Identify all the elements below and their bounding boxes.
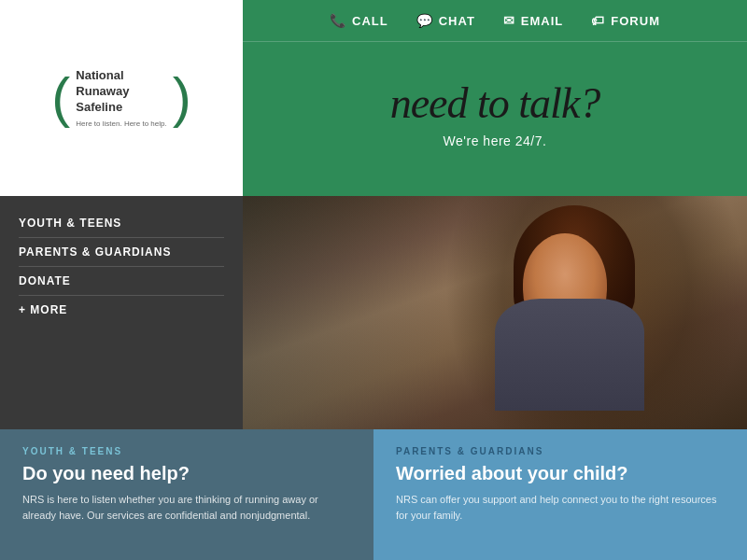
chat-icon: 💬 (416, 13, 433, 28)
photo-overlay (243, 196, 747, 429)
nav-bar: 📞 CALL 💬 CHAT ✉ EMAIL 🏷 FORUM (243, 0, 747, 42)
bottom-right-body: NRS can offer you support and help conne… (396, 492, 725, 523)
sidebar-item-youth-teens[interactable]: YOUTH & TEENS (19, 209, 224, 238)
logo-text-block: National Runaway Safeline Here to listen… (76, 68, 166, 128)
nav-chat[interactable]: 💬 CHAT (416, 13, 475, 28)
bottom-section: YOUTH & TEENS Do you need help? NRS is h… (0, 429, 747, 560)
bottom-left-body: NRS is here to listen whether you are th… (22, 492, 351, 523)
sidebar-item-donate[interactable]: DONATE (19, 267, 224, 296)
logo-bracket-left: ( (51, 70, 70, 126)
nav-forum[interactable]: 🏷 FORUM (591, 13, 660, 28)
sidebar: YOUTH & TEENS PARENTS & GUARDIANS DONATE… (0, 196, 243, 429)
hero-title: need to talk? (390, 80, 600, 128)
top-section: ( National Runaway Safeline Here to list… (0, 0, 747, 196)
nav-call[interactable]: 📞 CALL (330, 13, 388, 28)
bottom-right-label: PARENTS & GUARDIANS (396, 446, 725, 456)
middle-section: YOUTH & TEENS PARENTS & GUARDIANS DONATE… (0, 196, 747, 429)
hero-content: need to talk? We're here 24/7. (243, 42, 747, 196)
sidebar-item-more[interactable]: + MORE (19, 296, 224, 324)
nav-email[interactable]: ✉ EMAIL (503, 13, 563, 28)
logo-inner: ( National Runaway Safeline Here to list… (51, 68, 190, 128)
call-icon: 📞 (330, 13, 346, 28)
bottom-left-label: YOUTH & TEENS (22, 446, 351, 456)
logo-name: National Runaway Safeline (76, 68, 166, 116)
bottom-right-panel: PARENTS & GUARDIANS Worried about your c… (374, 429, 747, 560)
photo-area (243, 196, 747, 429)
page-wrapper: ( National Runaway Safeline Here to list… (0, 0, 747, 560)
forum-icon: 🏷 (591, 13, 605, 28)
logo-tagline: Here to listen. Here to help. (76, 119, 166, 128)
bottom-left-panel: YOUTH & TEENS Do you need help? NRS is h… (0, 429, 374, 560)
hero-subtitle: We're here 24/7. (444, 133, 547, 148)
bottom-right-heading: Worried about your child? (396, 462, 725, 484)
email-icon: ✉ (503, 13, 515, 28)
logo-area: ( National Runaway Safeline Here to list… (0, 0, 243, 196)
logo-bracket-right: ) (173, 70, 191, 126)
bottom-left-heading: Do you need help? (22, 462, 351, 484)
sidebar-item-parents-guardians[interactable]: PARENTS & GUARDIANS (19, 238, 224, 267)
hero-area: 📞 CALL 💬 CHAT ✉ EMAIL 🏷 FORUM need (243, 0, 747, 196)
